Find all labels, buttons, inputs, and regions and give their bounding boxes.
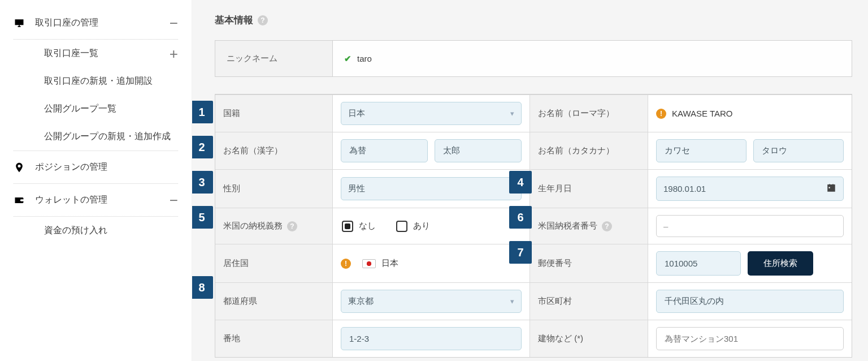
sidebar-label: 取引口座一覧: [44, 48, 98, 59]
checkbox-icon: [396, 221, 407, 232]
value-residence: ! 日本: [333, 244, 530, 282]
flag-japan-icon: [362, 259, 376, 268]
label-name-roman: お名前（ローマ字）: [530, 95, 648, 132]
annotation-badge-6: 6: [509, 206, 532, 229]
dob-value: 1980.01.01: [663, 184, 706, 194]
annotation-badge-3: 3: [192, 171, 213, 194]
sidebar-label: 取引口座の新規・追加開設: [44, 75, 153, 87]
expand-icon[interactable]: +: [170, 46, 178, 61]
input-us-tin[interactable]: –: [656, 215, 844, 237]
sidebar-item-public-groups[interactable]: 公開グループ一覧: [0, 95, 192, 123]
select-value: 日本: [348, 108, 365, 119]
collapse-icon[interactable]: −: [170, 193, 178, 208]
label-city: 市区町村: [530, 283, 648, 320]
main-content: 基本情報 ? ニックネーム ✔ taro 1 2 3 4 5 6 7 8 国籍: [192, 0, 868, 361]
select-gender[interactable]: 男性: [341, 177, 522, 200]
nickname-text: taro: [357, 54, 372, 63]
input-kanji-first[interactable]: [435, 139, 522, 162]
wallet-icon: [14, 195, 25, 206]
svg-rect-1: [829, 187, 830, 188]
label-us-tax: 米国の納税義務 ?: [215, 208, 333, 244]
sidebar-item-positions[interactable]: ポジションの管理: [0, 151, 192, 183]
annotation-badge-1: 1: [192, 101, 213, 123]
basic-info-form: 1 2 3 4 5 6 7 8 国籍 日本 ▾ お名前（ローマ字） !: [215, 94, 852, 358]
input-building[interactable]: [656, 327, 844, 350]
label-us-tin: 米国納税者番号 ?: [530, 208, 648, 244]
label-name-kanji: お名前（漢字）: [215, 132, 333, 169]
sidebar-item-account-list[interactable]: 取引口座一覧 +: [0, 40, 192, 67]
button-address-search[interactable]: 住所検索: [748, 251, 813, 276]
sidebar-label: 公開グループの新規・追加作成: [44, 131, 171, 143]
annotation-badge-5: 5: [192, 206, 213, 229]
sidebar-item-new-account[interactable]: 取引口座の新規・追加開設: [0, 67, 192, 95]
checkbox-icon: [342, 221, 353, 232]
value-name-roman: KAWASE TARO: [672, 109, 733, 118]
sidebar-label: ウォレットの管理: [35, 194, 107, 206]
annotation-badge-2: 2: [192, 136, 213, 158]
chevron-down-icon: ▾: [510, 297, 514, 306]
nickname-value: ✔ taro: [333, 41, 852, 76]
help-icon[interactable]: ?: [602, 221, 612, 231]
input-kana-first[interactable]: [753, 139, 844, 162]
check-icon: ✔: [344, 54, 351, 64]
radio-label: あり: [413, 221, 430, 231]
input-city[interactable]: [656, 290, 844, 313]
section-title-text: 基本情報: [215, 14, 253, 27]
annotation-badge-7: 7: [509, 241, 532, 264]
sidebar-item-wallet[interactable]: ウォレットの管理 −: [0, 184, 192, 216]
map-pin-icon: [14, 162, 25, 173]
input-postal[interactable]: [656, 251, 741, 276]
annotation-badge-8: 8: [192, 276, 213, 299]
sidebar-label: 資金の預け入れ: [44, 225, 107, 237]
collapse-icon[interactable]: −: [170, 16, 178, 31]
sidebar: 取引口座の管理 − 取引口座一覧 + 取引口座の新規・追加開設 公開グループ一覧…: [0, 0, 192, 361]
select-value: 男性: [348, 183, 365, 194]
label-street: 番地: [215, 320, 333, 357]
chevron-down-icon: ▾: [510, 109, 514, 118]
sidebar-label: ポジションの管理: [35, 161, 107, 173]
nickname-row: ニックネーム ✔ taro: [215, 40, 852, 77]
input-kanji-last[interactable]: [341, 139, 428, 162]
label-gender: 性別: [215, 170, 333, 208]
label-building: 建物など (*): [530, 320, 648, 357]
radio-group-us-tax: なし あり: [341, 221, 430, 232]
label-prefecture: 都道府県: [215, 283, 333, 320]
input-street[interactable]: [341, 327, 522, 350]
warning-icon: !: [341, 259, 351, 269]
input-dob[interactable]: 1980.01.01: [656, 177, 844, 201]
sidebar-label: 取引口座の管理: [35, 17, 98, 29]
warning-icon: !: [656, 109, 666, 119]
help-icon[interactable]: ?: [287, 221, 297, 231]
select-nationality[interactable]: 日本 ▾: [341, 102, 522, 125]
label-nationality: 国籍: [215, 95, 333, 132]
sidebar-label: 公開グループ一覧: [44, 103, 116, 115]
radio-us-tax-yes[interactable]: あり: [396, 221, 430, 232]
sidebar-item-new-public-group[interactable]: 公開グループの新規・追加作成: [0, 123, 192, 151]
sidebar-item-deposit[interactable]: 資金の預け入れ: [0, 217, 192, 244]
help-icon[interactable]: ?: [258, 15, 268, 25]
label-residence: 居住国: [215, 244, 333, 282]
label-dob: 生年月日: [530, 170, 648, 208]
section-title: 基本情報 ?: [215, 14, 852, 27]
sidebar-item-trading-accounts[interactable]: 取引口座の管理 −: [0, 7, 192, 39]
monitor-icon: [14, 18, 25, 29]
nickname-label: ニックネーム: [215, 41, 333, 76]
radio-label: なし: [359, 221, 376, 231]
calendar-icon[interactable]: [826, 183, 836, 195]
select-value: 東京都: [348, 296, 374, 307]
label-name-kana: お名前（カタカナ）: [530, 132, 648, 169]
label-postal: 郵便番号: [530, 244, 648, 282]
input-kana-last[interactable]: [656, 139, 747, 162]
annotation-badge-4: 4: [509, 171, 532, 194]
select-prefecture[interactable]: 東京都 ▾: [341, 290, 522, 313]
field-value: –: [663, 221, 668, 231]
radio-us-tax-none[interactable]: なし: [342, 221, 376, 232]
